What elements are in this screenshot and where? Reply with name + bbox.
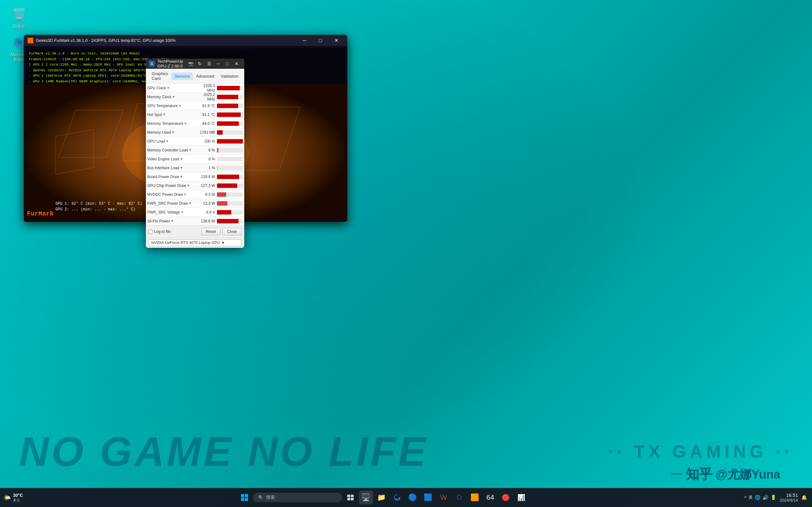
sensor-bar-container-bus-interface-load (217, 166, 243, 170)
sensor-bar-gpu-clock (217, 86, 240, 90)
tray-lang[interactable]: 英 (749, 495, 753, 500)
recycle-label: 回收站 (13, 24, 26, 30)
taskbar-app-icon-edge[interactable] (390, 491, 404, 504)
network-icon[interactable]: 🌐 (755, 495, 761, 500)
furmark-titlebar[interactable]: Geeks3D FurMark v1.38.1.0 - 243FPS, GPU1… (24, 35, 347, 46)
sensor-value-bus-interface-load: 1 % (196, 166, 217, 170)
battery-icon[interactable]: 🔋 (770, 495, 776, 500)
taskbar-app-icon-10[interactable]: 📊 (514, 491, 528, 504)
sensors-table: GPU Clock ▼ 2205.0 MHz Memory Clock ▼ 20… (146, 83, 244, 226)
sensor-dropdown-board-power-draw[interactable]: ▼ (180, 175, 183, 178)
gpuz-gpu-dropdown[interactable]: NVIDIA GeForce RTX 4070 Laptop GPU ▼ (148, 239, 242, 246)
sensor-bar-hot-spot (217, 112, 241, 117)
sensor-row-gpu-temperature: GPU Temperature ▼ 81.8 °C (146, 101, 244, 110)
sensor-row-memory-used: Memory Used ▼ 1791 MB (146, 128, 244, 137)
weather-icon: 🌤️ (3, 494, 11, 501)
furmark-maximize-button[interactable]: □ (313, 35, 328, 46)
sensor-dropdown-gpu-chip-power-draw[interactable]: ▼ (187, 184, 190, 187)
sensor-name-gpu-load: GPU Load ▼ (147, 139, 196, 144)
furmark-minimize-button[interactable]: ─ (297, 35, 312, 46)
sensor-bar-container-memory-clock (217, 95, 243, 99)
sensor-name-pwr-src-power-draw: PWR_SRC Power Draw ▼ (147, 201, 196, 206)
gpuz-close-button-bottom[interactable]: Close (222, 228, 242, 235)
gpuz-refresh-button[interactable]: ↻ (195, 59, 204, 68)
sensor-bar-bus-interface-load (217, 166, 217, 170)
sensor-dropdown-memory-temperature[interactable]: ▼ (184, 122, 187, 125)
gpuz-reset-button[interactable]: Reset (201, 228, 220, 235)
taskbar-app-icon-5[interactable]: W (437, 491, 451, 504)
sensor-value-hot-spot: 91.1 °C (196, 112, 217, 117)
gpuz-menu-button[interactable]: ☰ (205, 59, 213, 68)
taskbar-app-icon-6[interactable]: O (452, 491, 466, 504)
gpuz-gpu-dropdown-arrow: ▼ (221, 240, 225, 245)
sensor-dropdown-bus-interface-load[interactable]: ▼ (180, 166, 183, 170)
gpuz-app-icon: G (149, 61, 155, 66)
gpuz-bottom-buttons: Reset Close (201, 228, 242, 235)
sensor-dropdown-mvddc-power-draw[interactable]: ▼ (184, 193, 187, 196)
taskbar: 🌤️ 30°C 多云 🔍 搜索 (0, 488, 812, 507)
taskbar-app-icon-9[interactable]: 🔴 (499, 491, 513, 504)
clock-widget[interactable]: 16:51 2024/9/14 (780, 493, 798, 503)
tray-chevron[interactable]: ^ (745, 495, 747, 500)
sensor-name-16pin-power: 16-Pin Power ▼ (147, 219, 196, 223)
notification-icon[interactable]: 🔔 (801, 495, 807, 500)
furmark-close-button[interactable]: ✕ (329, 35, 344, 46)
gpuz-menu-validation[interactable]: Validation (217, 72, 242, 80)
svg-rect-25 (241, 498, 244, 501)
sensor-row-memory-temperature: Memory Temperature ▼ 84.0 °C (146, 119, 244, 128)
sensor-bar-pwr-src-voltage (217, 210, 231, 215)
gpuz-menu-bar: Graphics Card Sensors Advanced Validatio… (146, 69, 244, 83)
sensor-row-16pin-power: 16-Pin Power ▼ 136.6 W (146, 217, 244, 226)
sensor-dropdown-gpu-load[interactable]: ▼ (165, 139, 169, 143)
sensor-value-video-engine-load: 0 % (196, 157, 217, 161)
desktop-icon-recycle[interactable]: 🗑️ 回收站 (6, 6, 32, 30)
gpuz-titlebar[interactable]: G TechPowerUp GPU-Z 2.60.0 📷 ↻ ☰ ─ □ ✕ (146, 59, 244, 69)
sensor-dropdown-video-engine-load[interactable]: ▼ (180, 157, 183, 161)
sensor-dropdown-pwr-src-power-draw[interactable]: ▼ (189, 202, 192, 205)
sensor-bar-container-gpu-load (217, 139, 243, 144)
sensor-bar-memory-used (217, 130, 223, 135)
sensor-dropdown-memory-used[interactable]: ▼ (171, 130, 175, 134)
gpuz-menu-graphics-card[interactable]: Graphics Card (148, 70, 171, 82)
sensor-dropdown-gpu-clock[interactable]: ▼ (166, 86, 170, 90)
gpuz-close-button[interactable]: ✕ (232, 59, 241, 68)
taskbar-app-icon-7[interactable]: 🟧 (468, 491, 482, 504)
sensor-bar-memory-temperature (217, 121, 239, 126)
sensor-bar-gpu-load (217, 139, 243, 144)
sensor-dropdown-gpu-temp[interactable]: ▼ (179, 104, 182, 107)
speaker-icon[interactable]: 🔊 (763, 495, 768, 500)
sensor-dropdown-hot-spot[interactable]: ▼ (163, 113, 166, 116)
sensor-name-video-engine-load: Video Engine Load ▼ (147, 157, 196, 161)
sensor-value-gpu-clock: 2205.0 MHz (196, 83, 217, 93)
sensor-bar-board-power-draw (217, 175, 239, 179)
sensor-bar-memory-controller-load (217, 148, 218, 153)
sensor-name-gpu-clock: GPU Clock ▼ (147, 86, 196, 90)
taskbar-app-icon-1[interactable]: 🖥️ (359, 491, 373, 504)
gpuz-camera-button[interactable]: 📷 (186, 59, 195, 68)
gpuz-log-to-file-checkbox[interactable] (148, 230, 153, 234)
weather-desc: 多云 (13, 498, 23, 502)
taskbar-search[interactable]: 🔍 搜索 (253, 493, 342, 502)
start-button[interactable] (238, 491, 252, 504)
sensor-value-gpu-temperature: 81.8 °C (196, 104, 217, 108)
sensor-dropdown-16pin-power[interactable]: ▼ (171, 219, 174, 223)
sensor-dropdown-memory-clock[interactable]: ▼ (172, 95, 175, 99)
gpuz-menu-advanced[interactable]: Advanced (193, 72, 217, 80)
search-icon: 🔍 (258, 495, 264, 500)
task-view-button[interactable] (344, 491, 357, 504)
sensor-bar-gpu-chip-power-draw (217, 183, 237, 188)
taskbar-app-icon-2[interactable]: 📁 (374, 491, 389, 504)
sensor-row-pwr-src-power-draw: PWR_SRC Power Draw ▼ 12.3 W (146, 199, 244, 208)
weather-widget[interactable]: 🌤️ 30°C 多云 (3, 493, 23, 502)
gpuz-maximize-button[interactable]: □ (223, 59, 232, 68)
sensor-dropdown-memory-controller-load[interactable]: ▼ (189, 148, 192, 152)
taskbar-app-icon-8[interactable]: 64 (484, 491, 497, 504)
taskbar-app-icon-3[interactable]: 🔵 (406, 491, 420, 504)
taskbar-app-icon-4[interactable]: 🟦 (421, 491, 435, 504)
sensor-name-hot-spot: Hot Spot ▼ (147, 112, 196, 117)
taskbar-right: ^ 英 🌐 🔊 🔋 16:51 2024/9/14 🔔 (740, 493, 812, 503)
sensor-value-pwr-src-power-draw: 12.3 W (196, 201, 217, 206)
sensor-dropdown-pwr-src-voltage[interactable]: ▼ (181, 210, 184, 214)
gpuz-menu-sensors[interactable]: Sensors (171, 72, 193, 80)
gpuz-minimize-button[interactable]: ─ (214, 59, 223, 68)
